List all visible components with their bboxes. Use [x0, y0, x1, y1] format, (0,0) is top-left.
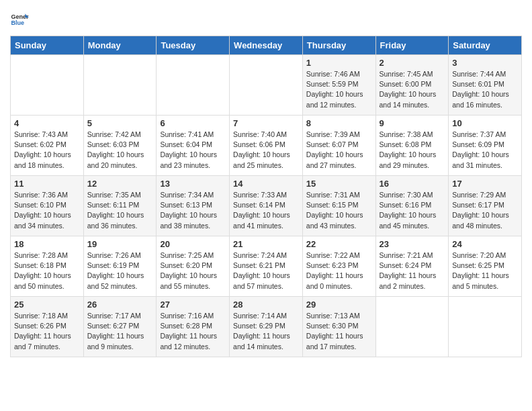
- day-info: Sunrise: 7:36 AM Sunset: 6:10 PM Dayligh…: [14, 190, 80, 231]
- weekday-header-tuesday: Tuesday: [157, 36, 230, 55]
- weekday-header-saturday: Saturday: [449, 36, 522, 55]
- day-cell: [83, 55, 157, 116]
- day-info: Sunrise: 7:14 AM Sunset: 6:29 PM Dayligh…: [233, 311, 299, 352]
- week-row-4: 18Sunrise: 7:28 AM Sunset: 6:18 PM Dayli…: [11, 236, 522, 297]
- day-info: Sunrise: 7:24 AM Sunset: 6:21 PM Dayligh…: [233, 250, 299, 291]
- day-number: 23: [380, 239, 445, 249]
- day-cell: 5Sunrise: 7:42 AM Sunset: 6:03 PM Daylig…: [83, 116, 157, 176]
- week-row-1: 1Sunrise: 7:46 AM Sunset: 5:59 PM Daylig…: [11, 55, 522, 116]
- day-number: 1: [306, 58, 372, 68]
- day-cell: 29Sunrise: 7:13 AM Sunset: 6:30 PM Dayli…: [302, 297, 375, 357]
- day-cell: [375, 297, 449, 357]
- day-number: 4: [14, 118, 80, 128]
- day-cell: 8Sunrise: 7:39 AM Sunset: 6:07 PM Daylig…: [302, 116, 375, 176]
- day-cell: 6Sunrise: 7:41 AM Sunset: 6:04 PM Daylig…: [157, 116, 230, 176]
- day-number: 29: [306, 300, 372, 310]
- day-info: Sunrise: 7:38 AM Sunset: 6:08 PM Dayligh…: [380, 130, 445, 171]
- logo-icon: General Blue: [10, 10, 29, 29]
- day-cell: 15Sunrise: 7:31 AM Sunset: 6:15 PM Dayli…: [302, 176, 375, 236]
- svg-text:Blue: Blue: [11, 19, 24, 26]
- day-cell: 1Sunrise: 7:46 AM Sunset: 5:59 PM Daylig…: [302, 55, 375, 116]
- day-cell: 23Sunrise: 7:21 AM Sunset: 6:24 PM Dayli…: [375, 236, 449, 297]
- day-number: 11: [14, 179, 80, 189]
- day-number: 14: [233, 179, 299, 189]
- day-info: Sunrise: 7:39 AM Sunset: 6:07 PM Dayligh…: [306, 130, 372, 171]
- day-info: Sunrise: 7:30 AM Sunset: 6:16 PM Dayligh…: [380, 190, 445, 231]
- day-cell: 7Sunrise: 7:40 AM Sunset: 6:06 PM Daylig…: [230, 116, 303, 176]
- week-row-2: 4Sunrise: 7:43 AM Sunset: 6:02 PM Daylig…: [11, 116, 522, 176]
- day-cell: 9Sunrise: 7:38 AM Sunset: 6:08 PM Daylig…: [375, 116, 449, 176]
- day-info: Sunrise: 7:31 AM Sunset: 6:15 PM Dayligh…: [306, 190, 372, 231]
- day-info: Sunrise: 7:29 AM Sunset: 6:17 PM Dayligh…: [452, 190, 518, 231]
- day-cell: 10Sunrise: 7:37 AM Sunset: 6:09 PM Dayli…: [449, 116, 522, 176]
- day-info: Sunrise: 7:21 AM Sunset: 6:24 PM Dayligh…: [380, 250, 445, 291]
- day-number: 21: [233, 239, 299, 249]
- day-number: 7: [233, 118, 299, 128]
- weekday-header-wednesday: Wednesday: [230, 36, 303, 55]
- day-info: Sunrise: 7:28 AM Sunset: 6:18 PM Dayligh…: [14, 250, 80, 291]
- day-number: 25: [14, 300, 80, 310]
- day-cell: 27Sunrise: 7:16 AM Sunset: 6:28 PM Dayli…: [157, 297, 230, 357]
- day-number: 15: [306, 179, 372, 189]
- day-number: 8: [306, 118, 372, 128]
- day-info: Sunrise: 7:17 AM Sunset: 6:27 PM Dayligh…: [87, 311, 153, 352]
- day-cell: 26Sunrise: 7:17 AM Sunset: 6:27 PM Dayli…: [83, 297, 157, 357]
- day-cell: 24Sunrise: 7:20 AM Sunset: 6:25 PM Dayli…: [449, 236, 522, 297]
- day-info: Sunrise: 7:25 AM Sunset: 6:20 PM Dayligh…: [160, 250, 226, 291]
- day-cell: 28Sunrise: 7:14 AM Sunset: 6:29 PM Dayli…: [230, 297, 303, 357]
- day-cell: 2Sunrise: 7:45 AM Sunset: 6:00 PM Daylig…: [375, 55, 449, 116]
- day-info: Sunrise: 7:34 AM Sunset: 6:13 PM Dayligh…: [160, 190, 226, 231]
- day-info: Sunrise: 7:37 AM Sunset: 6:09 PM Dayligh…: [452, 130, 518, 171]
- day-info: Sunrise: 7:44 AM Sunset: 6:01 PM Dayligh…: [452, 69, 518, 110]
- day-info: Sunrise: 7:42 AM Sunset: 6:03 PM Dayligh…: [87, 130, 153, 171]
- day-info: Sunrise: 7:46 AM Sunset: 5:59 PM Dayligh…: [306, 69, 372, 110]
- page-header: General Blue: [10, 10, 522, 29]
- day-cell: 21Sunrise: 7:24 AM Sunset: 6:21 PM Dayli…: [230, 236, 303, 297]
- day-number: 5: [87, 118, 153, 128]
- day-number: 16: [380, 179, 445, 189]
- day-cell: 11Sunrise: 7:36 AM Sunset: 6:10 PM Dayli…: [11, 176, 84, 236]
- day-cell: [11, 55, 84, 116]
- day-cell: 17Sunrise: 7:29 AM Sunset: 6:17 PM Dayli…: [449, 176, 522, 236]
- day-number: 20: [160, 239, 226, 249]
- day-number: 17: [452, 179, 518, 189]
- calendar-table: SundayMondayTuesdayWednesdayThursdayFrid…: [10, 36, 522, 357]
- day-cell: 14Sunrise: 7:33 AM Sunset: 6:14 PM Dayli…: [230, 176, 303, 236]
- day-number: 18: [14, 239, 80, 249]
- day-cell: 18Sunrise: 7:28 AM Sunset: 6:18 PM Dayli…: [11, 236, 84, 297]
- day-cell: 16Sunrise: 7:30 AM Sunset: 6:16 PM Dayli…: [375, 176, 449, 236]
- day-number: 28: [233, 300, 299, 310]
- day-info: Sunrise: 7:20 AM Sunset: 6:25 PM Dayligh…: [452, 250, 518, 291]
- day-info: Sunrise: 7:41 AM Sunset: 6:04 PM Dayligh…: [160, 130, 226, 171]
- day-number: 13: [160, 179, 226, 189]
- day-cell: 19Sunrise: 7:26 AM Sunset: 6:19 PM Dayli…: [83, 236, 157, 297]
- day-info: Sunrise: 7:33 AM Sunset: 6:14 PM Dayligh…: [233, 190, 299, 231]
- day-info: Sunrise: 7:35 AM Sunset: 6:11 PM Dayligh…: [87, 190, 153, 231]
- weekday-header-friday: Friday: [375, 36, 449, 55]
- day-number: 6: [160, 118, 226, 128]
- day-cell: [449, 297, 522, 357]
- day-number: 26: [87, 300, 153, 310]
- day-number: 10: [452, 118, 518, 128]
- day-info: Sunrise: 7:45 AM Sunset: 6:00 PM Dayligh…: [380, 69, 445, 110]
- weekday-header-monday: Monday: [83, 36, 157, 55]
- day-cell: 3Sunrise: 7:44 AM Sunset: 6:01 PM Daylig…: [449, 55, 522, 116]
- day-cell: 22Sunrise: 7:22 AM Sunset: 6:23 PM Dayli…: [302, 236, 375, 297]
- day-number: 9: [380, 118, 445, 128]
- weekday-header-thursday: Thursday: [302, 36, 375, 55]
- weekday-header-sunday: Sunday: [11, 36, 84, 55]
- day-cell: 13Sunrise: 7:34 AM Sunset: 6:13 PM Dayli…: [157, 176, 230, 236]
- day-info: Sunrise: 7:43 AM Sunset: 6:02 PM Dayligh…: [14, 130, 80, 171]
- day-cell: [230, 55, 303, 116]
- day-number: 19: [87, 239, 153, 249]
- day-cell: 4Sunrise: 7:43 AM Sunset: 6:02 PM Daylig…: [11, 116, 84, 176]
- day-cell: 12Sunrise: 7:35 AM Sunset: 6:11 PM Dayli…: [83, 176, 157, 236]
- logo: General Blue: [10, 10, 32, 29]
- day-number: 27: [160, 300, 226, 310]
- day-info: Sunrise: 7:22 AM Sunset: 6:23 PM Dayligh…: [306, 250, 372, 291]
- day-info: Sunrise: 7:40 AM Sunset: 6:06 PM Dayligh…: [233, 130, 299, 171]
- day-number: 3: [452, 58, 518, 68]
- day-number: 22: [306, 239, 372, 249]
- day-cell: [157, 55, 230, 116]
- day-number: 12: [87, 179, 153, 189]
